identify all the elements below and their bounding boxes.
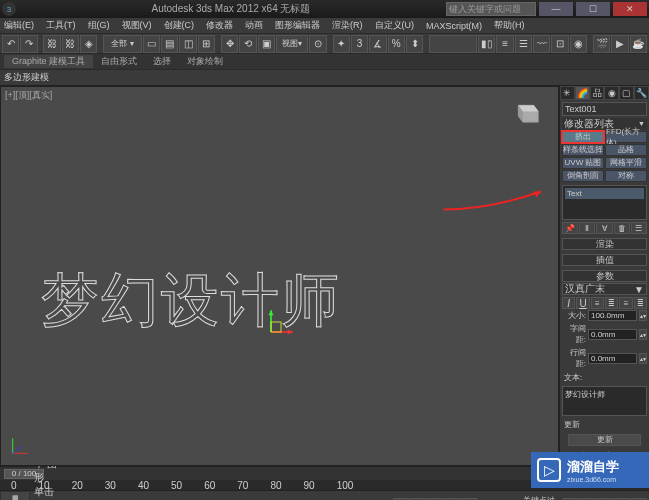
window-crossing[interactable]: ⊞ [198, 35, 215, 53]
render-frame-button[interactable]: ▶ [611, 35, 628, 53]
rollout-render[interactable]: 渲染 [562, 238, 647, 250]
render-button[interactable]: ☕ [630, 35, 647, 53]
mod-splineselect-button[interactable]: 样条线选择 [562, 144, 604, 156]
stack-item-text[interactable]: Text [565, 188, 644, 199]
rollout-interp[interactable]: 插值 [562, 254, 647, 266]
schematic-button[interactable]: ⊡ [551, 35, 568, 53]
close-button[interactable]: ✕ [613, 2, 647, 16]
layers-button[interactable]: ☰ [515, 35, 532, 53]
mod-ffd-button[interactable]: FFD(长方体) [605, 131, 647, 143]
named-sets[interactable] [429, 35, 477, 53]
pivot-button[interactable]: ⊙ [309, 35, 326, 53]
mod-lattice-button[interactable]: 晶格 [605, 144, 647, 156]
mod-symmetry-button[interactable]: 对称 [605, 170, 647, 182]
maxscript-mini-button[interactable]: ▦ [0, 491, 30, 500]
mod-meshsmooth-button[interactable]: 网格平滑 [605, 157, 647, 169]
spinner-snap[interactable]: ⬍ [406, 35, 423, 53]
text-content-input[interactable]: 梦幻设计师 [562, 386, 647, 416]
mod-extrude-button[interactable]: 挤出 [562, 131, 604, 143]
kerning-spinner[interactable]: ▴▾ [639, 329, 647, 340]
menu-create[interactable]: 创建(C) [164, 19, 195, 32]
move-button[interactable]: ✥ [221, 35, 238, 53]
menu-group[interactable]: 组(G) [88, 19, 110, 32]
update-button[interactable]: 更新 [568, 434, 641, 446]
configure-sets-button[interactable]: ☰ [631, 222, 647, 234]
ribbon-tab-freeform[interactable]: 自由形式 [93, 55, 145, 68]
minimize-button[interactable]: — [539, 2, 573, 16]
pin-stack-button[interactable]: 📌 [562, 222, 578, 234]
leading-input[interactable]: 0.0mm [588, 353, 637, 364]
menu-tools[interactable]: 工具(T) [46, 19, 76, 32]
size-input[interactable]: 100.0mm [588, 310, 637, 321]
menu-bar: 编辑(E) 工具(T) 组(G) 视图(V) 创建(C) 修改器 动画 图形编辑… [0, 18, 649, 34]
bind-button[interactable]: ◈ [80, 35, 97, 53]
material-editor-button[interactable]: ◉ [570, 35, 587, 53]
size-spinner[interactable]: ▴▾ [639, 310, 647, 321]
viewcube[interactable] [510, 99, 542, 127]
ribbon-tab-graphite[interactable]: Graphite 建模工具 [4, 55, 93, 68]
menu-views[interactable]: 视图(V) [122, 19, 152, 32]
leading-param-row: 行间距: 0.0mm ▴▾ [562, 347, 647, 369]
app-logo[interactable]: 3 [2, 2, 16, 16]
align-left-button[interactable]: ≡ [591, 297, 604, 309]
create-tab[interactable]: ✳ [560, 86, 575, 100]
select-region[interactable]: ◫ [179, 35, 196, 53]
undo-button[interactable]: ↶ [2, 35, 19, 53]
show-end-result-button[interactable]: Ⅱ [579, 222, 595, 234]
menu-help[interactable]: 帮助(H) [494, 19, 525, 32]
remove-modifier-button[interactable]: 🗑 [614, 222, 630, 234]
redo-button[interactable]: ↷ [20, 35, 37, 53]
rollout-params[interactable]: 参数 [562, 270, 647, 282]
scale-button[interactable]: ▣ [258, 35, 275, 53]
italic-button[interactable]: I [562, 297, 575, 309]
align-center-button[interactable]: ≣ [605, 297, 618, 309]
menu-customize[interactable]: 自定义(U) [375, 19, 415, 32]
underline-button[interactable]: U [576, 297, 589, 309]
rotate-button[interactable]: ⟲ [239, 35, 256, 53]
viewport-label[interactable]: [+][顶][真实] [5, 89, 52, 102]
align-justify-button[interactable]: ≣ [634, 297, 647, 309]
viewport[interactable]: [+][顶][真实] 梦幻设计师 [0, 86, 559, 466]
link-button[interactable]: ⛓ [43, 35, 60, 53]
mod-bevelprofile-button[interactable]: 倒角剖面 [562, 170, 604, 182]
angle-snap[interactable]: ∡ [369, 35, 386, 53]
display-tab[interactable]: ▢ [619, 86, 634, 100]
refcoord-dropdown[interactable]: 视图▾ [276, 35, 309, 53]
hierarchy-tab[interactable]: 品 [590, 86, 605, 100]
render-setup-button[interactable]: 🎬 [593, 35, 610, 53]
align-right-button[interactable]: ≡ [619, 297, 632, 309]
snap-toggle[interactable]: 3 [351, 35, 368, 53]
menu-maxscript[interactable]: MAXScript(M) [426, 21, 482, 31]
select-filter[interactable]: 全部 ▾ [103, 35, 141, 53]
menu-edit[interactable]: 编辑(E) [4, 19, 34, 32]
select-button[interactable]: ▭ [143, 35, 160, 53]
modify-tab[interactable]: 🌈 [575, 86, 590, 100]
manipulate-button[interactable]: ✦ [333, 35, 350, 53]
motion-tab[interactable]: ◉ [604, 86, 619, 100]
leading-spinner[interactable]: ▴▾ [639, 353, 647, 364]
kerning-input[interactable]: 0.0mm [588, 329, 637, 340]
menu-modifiers[interactable]: 修改器 [206, 19, 233, 32]
menu-grapheditors[interactable]: 图形编辑器 [275, 19, 320, 32]
menu-animation[interactable]: 动画 [245, 19, 263, 32]
mod-uvwmap-button[interactable]: UVW 贴图 [562, 157, 604, 169]
unlink-button[interactable]: ⛓ [62, 35, 79, 53]
object-name-field[interactable]: Text001 [562, 102, 647, 116]
move-gizmo[interactable] [246, 307, 296, 357]
ribbon-group-polymodel[interactable]: 多边形建模 [4, 71, 49, 84]
ribbon-tab-selection[interactable]: 选择 [145, 55, 179, 68]
modifier-stack[interactable]: Text [562, 185, 647, 221]
make-unique-button[interactable]: ∀ [596, 222, 612, 234]
help-search-input[interactable]: 键入关键字或问题 [446, 2, 536, 16]
maximize-button[interactable]: ☐ [576, 2, 610, 16]
percent-snap[interactable]: % [388, 35, 405, 53]
viewport-text-object[interactable]: 梦幻设计师 [41, 262, 341, 340]
mirror-button[interactable]: ▮▯ [478, 35, 495, 53]
align-button[interactable]: ≡ [496, 35, 513, 53]
font-dropdown[interactable]: 汉真广末▼ [562, 283, 647, 295]
curve-editor-button[interactable]: 〰 [533, 35, 550, 53]
menu-rendering[interactable]: 渲染(R) [332, 19, 363, 32]
ribbon-tab-objectpaint[interactable]: 对象绘制 [179, 55, 231, 68]
select-name-button[interactable]: ▤ [161, 35, 178, 53]
utilities-tab[interactable]: 🔧 [634, 86, 649, 100]
